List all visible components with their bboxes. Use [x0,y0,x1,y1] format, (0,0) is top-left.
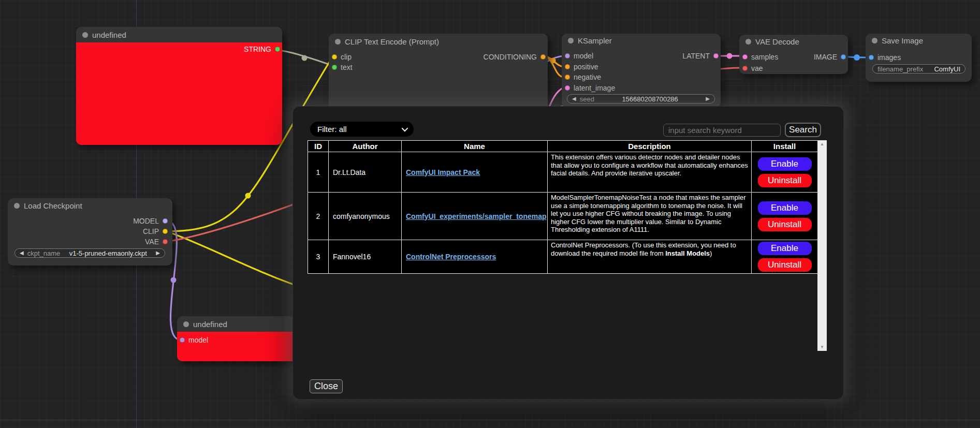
input-port-vae[interactable] [742,66,748,71]
node-collapse-icon[interactable] [14,203,20,209]
node-load-checkpoint[interactable]: Load Checkpoint MODEL CLIP VAE ◀ ckpt_na… [8,198,172,265]
node-title: undefined [193,320,227,329]
input-port-positive[interactable] [565,64,570,69]
header-description: Description [548,141,752,152]
enable-button[interactable]: Enable [758,157,812,171]
enable-button[interactable]: Enable [758,242,812,255]
node-collapse-icon[interactable] [82,32,88,38]
filter-select[interactable]: Filter: all [310,122,414,137]
increment-icon[interactable]: ▶ [156,250,160,256]
output-label-vae: VAE [145,238,159,246]
extension-link[interactable]: ComfyUI_experiments/sampler_tonemap [406,212,547,220]
filename-prefix-widget[interactable]: filename_prefix ComfyUI [872,64,966,73]
table-row: 3 Fannovel16 ControlNet Preprocessors Co… [308,240,818,274]
table-header-row: ID Author Name Description Install [308,141,818,152]
node-title: VAE Decode [755,37,799,46]
node-header[interactable]: VAE Decode [739,35,848,48]
node-title: CLIP Text Encode (Prompt) [345,37,439,46]
filename-prefix-value: ComfyUI [934,65,960,73]
output-label-latent: LATENT [682,52,710,60]
output-label-clip: CLIP [143,227,159,235]
uninstall-button[interactable]: Uninstall [758,218,812,231]
increment-icon[interactable]: ▶ [706,96,710,101]
output-port-model[interactable] [163,218,168,224]
input-label-vae: vae [751,64,763,72]
output-port-string[interactable] [275,47,280,52]
node-header[interactable]: KSampler [562,34,721,48]
cell-author: Dr.Lt.Data [329,152,402,193]
search-input[interactable] [663,124,781,137]
search-button[interactable]: Search [785,123,821,137]
node-header[interactable]: Load Checkpoint [8,198,172,213]
table-row: 1 Dr.Lt.Data ComfyUI Impact Pack This ex… [308,152,818,193]
cell-id: 2 [308,193,329,240]
output-port-clip[interactable] [163,229,168,234]
input-label-latent-image: latent_image [574,84,615,92]
extension-link[interactable]: ControlNet Preprocessors [406,253,496,261]
input-port-negative[interactable] [565,75,570,80]
node-vae-decode[interactable]: VAE Decode IMAGE samples vae [739,35,848,74]
cell-id: 3 [308,240,329,274]
extension-link[interactable]: ComfyUI Impact Pack [406,168,480,176]
node-header[interactable]: CLIP Text Encode (Prompt) [329,34,548,49]
input-port-images[interactable] [869,55,874,60]
output-label-conditioning: CONDITIONING [484,53,537,61]
input-label-text: text [341,63,353,71]
output-port-image[interactable] [841,54,846,60]
output-port-conditioning[interactable] [540,54,546,60]
cell-author: comfyanonymous [329,193,402,240]
header-id: ID [308,141,329,152]
node-undefined-top[interactable]: undefined STRING [76,27,282,145]
input-label-model: model [188,336,208,344]
decrement-icon[interactable]: ◀ [20,250,24,256]
ckpt-name-label: ckpt_name [27,249,61,257]
header-name: Name [402,141,548,152]
cell-description: This extension offers various detector n… [548,152,752,193]
uninstall-button[interactable]: Uninstall [758,258,812,272]
cell-author: Fannovel16 [329,240,402,274]
table-row: 2 comfyanonymous ComfyUI_experiments/sam… [308,193,818,240]
node-ksampler[interactable]: KSampler LATENT model positive negative … [562,34,721,108]
enable-button[interactable]: Enable [758,201,812,215]
node-collapse-icon[interactable] [335,39,341,45]
scroll-up-icon[interactable]: ▲ [820,142,824,146]
seed-widget-label: seed [580,95,594,103]
seed-widget-value: 156680208700286 [622,95,678,103]
node-header[interactable]: Save Image [866,34,972,48]
node-title: undefined [92,31,126,39]
node-title: Save Image [882,36,923,45]
table-scrollbar[interactable]: ▲ ▼ [817,140,827,351]
output-label-image: IMAGE [814,53,837,61]
decrement-icon[interactable]: ◀ [572,96,576,101]
input-label-negative: negative [574,73,601,81]
cell-description: ControlNet Preprocessors. (To use this e… [548,240,752,274]
node-undefined-bottom[interactable]: undefined model [177,316,306,361]
scroll-down-icon[interactable]: ▼ [820,345,824,349]
seed-widget[interactable]: ◀ seed 156680208700286 ▶ [567,94,715,104]
node-collapse-icon[interactable] [872,38,877,43]
node-collapse-icon[interactable] [745,39,751,45]
output-port-latent[interactable] [713,53,719,58]
input-port-text[interactable] [332,65,337,70]
ckpt-name-widget[interactable]: ◀ ckpt_name v1-5-pruned-emaonly.ckpt ▶ [14,248,165,258]
header-install: Install [752,141,818,152]
node-title: Load Checkpoint [24,201,82,210]
output-label-string: STRING [244,45,271,53]
node-header[interactable]: undefined [177,316,306,332]
node-title: KSampler [578,36,612,45]
input-port-latent-image[interactable] [565,85,570,91]
input-label-positive: positive [574,63,598,71]
extension-table: ID Author Name Description Install 1 Dr.… [308,140,817,351]
node-save-image[interactable]: Save Image images filename_prefix ComfyU… [866,34,972,82]
chevron-down-icon [402,125,408,132]
cell-id: 1 [308,152,329,193]
input-port-model[interactable] [180,337,185,343]
ckpt-name-value: v1-5-pruned-emaonly.ckpt [69,249,147,257]
node-collapse-icon[interactable] [183,321,189,327]
node-header[interactable]: undefined [76,27,282,42]
uninstall-button[interactable]: Uninstall [758,174,812,187]
output-port-vae[interactable] [163,239,168,244]
close-button[interactable]: Close [310,379,343,393]
cell-description: ModelSamplerTonemapNoiseTest a node that… [548,193,752,240]
node-collapse-icon[interactable] [568,38,574,43]
